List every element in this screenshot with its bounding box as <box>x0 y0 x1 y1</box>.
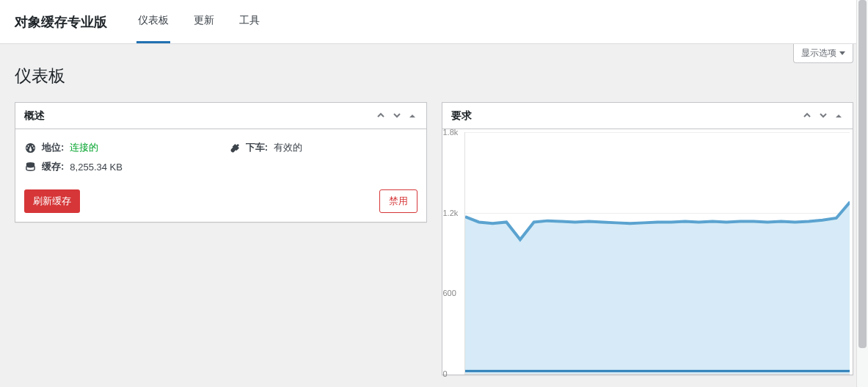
overview-body: 地位: 连接的 缓存: 8,255.34 KB <box>15 129 426 222</box>
ytick-label: 1.8k <box>443 128 462 137</box>
dropins-row: 下车: 有效的 <box>228 138 417 157</box>
dropins-value: 有效的 <box>274 141 302 154</box>
screen-options: 显示选项 <box>793 44 853 63</box>
plug-icon <box>228 142 240 153</box>
requests-panel: 要求 06001.2k1.8k <box>442 102 854 375</box>
overview-header: 概述 <box>15 103 426 129</box>
status-row: 地位: 连接的 <box>24 138 214 157</box>
overview-grid: 地位: 连接的 缓存: 8,255.34 KB <box>24 138 417 176</box>
chevron-up-icon[interactable] <box>375 109 387 123</box>
status-value: 连接的 <box>70 141 98 154</box>
content: 显示选项 仪表板 概述 <box>0 44 868 387</box>
chart-svg <box>465 132 850 374</box>
chevron-down-icon[interactable] <box>817 109 829 123</box>
overview-buttons: 刷新缓存 禁用 <box>24 189 417 213</box>
cache-value: 8,255.34 KB <box>70 162 123 173</box>
app-title: 对象缓存专业版 <box>15 13 107 31</box>
overview-header-actions <box>375 109 417 123</box>
status-label: 地位: <box>42 141 64 154</box>
overview-col-left: 地位: 连接的 缓存: 8,255.34 KB <box>24 138 214 176</box>
tab-dashboard[interactable]: 仪表板 <box>136 0 170 43</box>
page-title: 仪表板 <box>15 51 853 93</box>
screen-options-label: 显示选项 <box>801 47 836 59</box>
disable-button[interactable]: 禁用 <box>379 189 417 213</box>
overview-col-right: 下车: 有效的 <box>228 138 417 176</box>
cache-label: 缓存: <box>42 160 64 173</box>
ytick-label: 0 <box>443 369 462 378</box>
cache-row: 缓存: 8,255.34 KB <box>24 157 214 176</box>
overview-title: 概述 <box>24 109 45 123</box>
topbar: 对象缓存专业版 仪表板 更新 工具 <box>0 0 868 44</box>
panel-col-right: 要求 06001.2k1.8k <box>442 102 854 375</box>
panel-col-left: 概述 <box>15 102 427 375</box>
panels: 概述 <box>15 102 853 375</box>
caret-down-icon <box>839 51 845 55</box>
ytick-label: 600 <box>443 289 462 297</box>
scrollbar-thumb[interactable] <box>858 0 867 348</box>
gauge-icon <box>24 142 36 153</box>
chevron-up-icon[interactable] <box>801 109 813 123</box>
requests-body: 06001.2k1.8k <box>442 129 853 375</box>
ytick-label: 1.2k <box>443 209 462 217</box>
overview-panel: 概述 <box>15 102 427 223</box>
caret-up-icon[interactable] <box>407 109 417 123</box>
scrollbar[interactable] <box>856 0 868 387</box>
chevron-down-icon[interactable] <box>391 109 403 123</box>
requests-chart: 06001.2k1.8k <box>464 132 850 375</box>
tab-updates[interactable]: 更新 <box>192 0 216 43</box>
database-icon <box>24 162 36 173</box>
flush-cache-button[interactable]: 刷新缓存 <box>24 189 80 213</box>
topbar-tabs: 仪表板 更新 工具 <box>136 0 261 43</box>
tab-tools[interactable]: 工具 <box>238 0 261 43</box>
dropins-label: 下车: <box>246 141 268 154</box>
requests-header-actions <box>801 109 844 123</box>
caret-up-icon[interactable] <box>834 109 844 123</box>
requests-header: 要求 <box>442 103 853 129</box>
requests-title: 要求 <box>451 109 472 123</box>
screen-options-button[interactable]: 显示选项 <box>793 44 853 63</box>
